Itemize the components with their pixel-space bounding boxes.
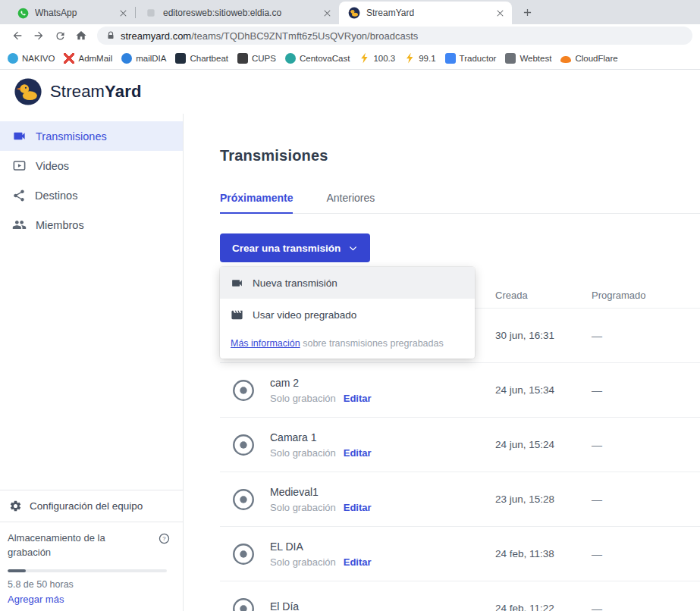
home-button[interactable] [71, 26, 91, 45]
address-bar[interactable]: streamyard.com/teams/TQDhBC9ZNTmft6z5UsQ… [97, 27, 692, 45]
browser-tab-streamyard[interactable]: StreamYard [339, 2, 512, 24]
plus-icon [523, 8, 532, 17]
url-domain: streamyard.com [121, 30, 191, 42]
add-more-link[interactable]: Agregar más [8, 594, 171, 605]
bookmark-webtest[interactable]: Webtest [505, 53, 551, 64]
table-row[interactable]: El Día 24 feb, 11:22 — [220, 581, 700, 611]
share-icon [12, 189, 26, 202]
page-title: Transmisiones [220, 147, 700, 164]
app-body: Transmisiones Videos Destinos Miembros [0, 114, 700, 611]
edit-link[interactable]: Editar [344, 502, 372, 513]
broadcast-title: El Día [270, 600, 299, 611]
table-row[interactable]: EL DIA Solo grabaciónEditar 24 feb, 11:3… [220, 526, 700, 581]
record-icon [231, 596, 256, 611]
sidebar-item-transmisiones[interactable]: Transmisiones [0, 121, 183, 151]
bookmark-100-3[interactable]: 100.3 [359, 53, 395, 64]
tab-title: editoresweb:sitioweb:eldia.co [163, 8, 315, 18]
create-broadcast-label: Crear una transmisión [232, 243, 341, 254]
content-tabs: Próximamente Anteriores [220, 192, 700, 214]
bookmark-label: CloudFlare [575, 54, 617, 63]
broadcast-subtitle: Solo grabación [270, 447, 336, 459]
menu-item-prerecorded-video[interactable]: Usar video pregrabado [220, 299, 475, 331]
bookmark-admmail[interactable]: AdmMail [64, 53, 112, 64]
tab-anteriores[interactable]: Anteriores [326, 192, 375, 213]
video-play-icon [12, 158, 27, 173]
bookmark-label: AdmMail [78, 54, 112, 63]
bookmark-label: mailDIA [136, 54, 166, 63]
url-path: /teams/TQDhBC9ZNTmft6z5UsQVRyon/broadcas… [191, 30, 418, 42]
bookmark-label: CUPS [252, 54, 276, 63]
table-row[interactable]: cam 2 Solo grabaciónEditar 24 jun, 15:34… [220, 362, 700, 417]
reload-button[interactable] [50, 26, 70, 45]
storage-section: Almacenamiento de la grabación ? 5.8 de … [0, 522, 183, 611]
created-at: 24 feb, 11:38 [495, 548, 592, 559]
close-tab-icon[interactable] [321, 7, 333, 19]
gear-icon [9, 500, 22, 512]
create-broadcast-button[interactable]: Crear una transmisión [220, 233, 370, 262]
translate-icon [445, 53, 456, 64]
storage-hours: 5.8 de 50 horas [8, 579, 171, 590]
bookmark-cups[interactable]: CUPS [237, 53, 276, 64]
menu-item-label: Usar video pregrabado [253, 309, 356, 321]
bookmark-chartbeat[interactable]: Chartbeat [175, 53, 228, 64]
scheduled-at: — [592, 548, 700, 560]
table-row[interactable]: Medieval1 Solo grabaciónEditar 23 jun, 1… [220, 472, 700, 526]
streamyard-favicon [348, 7, 360, 19]
close-tab-icon[interactable] [117, 7, 129, 19]
back-button[interactable] [8, 26, 27, 45]
menu-item-label: Nueva transmisión [253, 277, 337, 289]
sidebar-item-label: Transmisiones [36, 130, 107, 143]
bookmark-99-1[interactable]: 99.1 [404, 53, 435, 64]
help-icon[interactable]: ? [158, 532, 171, 548]
browser-tab-whatsapp[interactable]: WhatsApp [8, 2, 135, 24]
centovacast-icon [285, 53, 296, 64]
bookmarks-bar: NAKIVO AdmMail mailDIA Chartbeat CUPS Ce… [0, 47, 700, 70]
bookmark-nakivo[interactable]: NAKIVO [8, 53, 55, 64]
edit-link[interactable]: Editar [344, 556, 372, 568]
sidebar-item-label: Destinos [35, 190, 77, 202]
forward-icon [33, 30, 45, 42]
record-icon [231, 378, 256, 403]
browser-tab-eldia[interactable]: editoresweb:sitioweb:eldia.co [136, 2, 339, 24]
table-row[interactable]: Camara 1 Solo grabaciónEditar 24 jun, 15… [220, 417, 700, 472]
bookmark-centovacast[interactable]: CentovaCast [285, 53, 350, 64]
sidebar-item-videos[interactable]: Videos [0, 151, 183, 180]
browser-tab-strip: WhatsApp editoresweb:sitioweb:eldia.co S… [0, 0, 700, 24]
maildia-icon [121, 53, 132, 64]
bookmark-maildia[interactable]: mailDIA [121, 53, 166, 64]
more-info-link[interactable]: Más información [231, 338, 300, 349]
lightning-icon [404, 53, 415, 64]
tab-proximamente[interactable]: Próximamente [220, 192, 293, 213]
webtest-icon [505, 53, 516, 64]
video-camera-icon [12, 129, 27, 143]
bookmark-traductor[interactable]: Traductor [445, 53, 497, 64]
menu-item-new-broadcast[interactable]: Nueva transmisión [220, 267, 475, 299]
close-tab-icon[interactable] [494, 7, 506, 19]
team-settings-button[interactable]: Configuración del equipo [0, 490, 183, 522]
sidebar-item-miembros[interactable]: Miembros [0, 210, 183, 240]
brand-part-1: Stream [50, 82, 105, 101]
new-tab-button[interactable] [518, 3, 536, 21]
home-icon [75, 30, 87, 42]
scheduled-at: — [592, 384, 700, 396]
forward-button[interactable] [29, 26, 49, 45]
brand-wordmark: StreamYard [50, 82, 142, 102]
scheduled-at: — [592, 603, 700, 611]
broadcast-subtitle: Solo grabación [270, 502, 336, 513]
edit-link[interactable]: Editar [344, 447, 372, 459]
bookmark-label: 100.3 [373, 54, 395, 63]
bookmark-cloudflare[interactable]: CloudFlare [560, 53, 617, 63]
edit-link[interactable]: Editar [344, 393, 372, 404]
create-broadcast-dropdown: Nueva transmisión Usar video pregrabado … [220, 267, 475, 359]
lock-icon [106, 31, 115, 40]
members-icon [12, 218, 27, 232]
reload-icon [55, 30, 66, 42]
sidebar-item-destinos[interactable]: Destinos [0, 180, 183, 210]
eldia-site-icon [145, 7, 157, 19]
main-content: Transmisiones Próximamente Anteriores Cr… [184, 114, 700, 611]
tab-title: StreamYard [366, 8, 488, 18]
browser-window: WhatsApp editoresweb:sitioweb:eldia.co S… [0, 0, 700, 611]
scheduled-at: — [592, 330, 700, 342]
bookmark-label: Traductor [460, 54, 497, 63]
broadcast-title: EL DIA [270, 540, 372, 553]
